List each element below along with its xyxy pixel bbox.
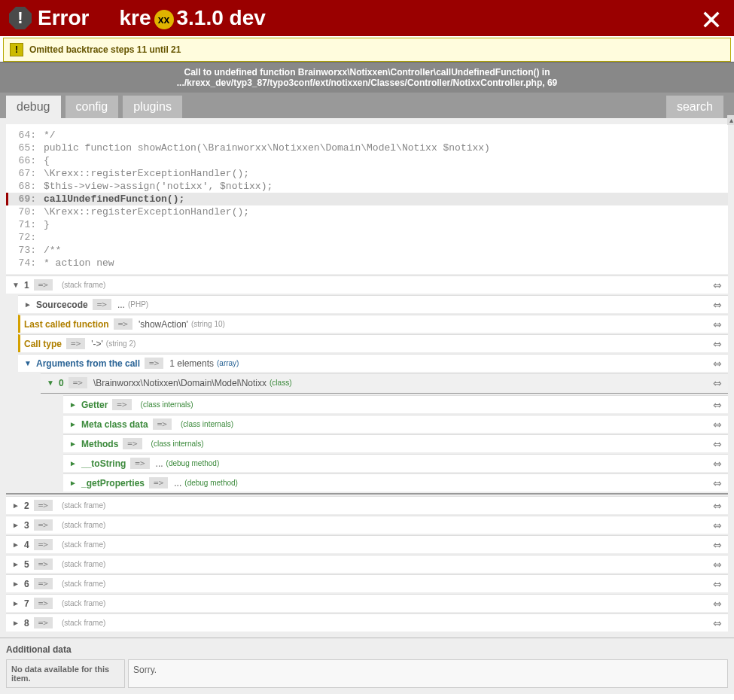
drag-icon[interactable]: ⇔ bbox=[713, 558, 722, 571]
header-bar: ! Error krexx3.1.0 dev bbox=[0, 0, 734, 36]
triangle-icon[interactable]: ► bbox=[12, 580, 20, 588]
drag-icon[interactable]: ⇔ bbox=[713, 539, 722, 551]
drag-icon[interactable]: ⇔ bbox=[713, 458, 722, 470]
triangle-icon[interactable]: ► bbox=[69, 459, 77, 467]
drag-icon[interactable]: ⇔ bbox=[713, 377, 722, 389]
stack-frame-1[interactable]: ▼ 1 => (stack frame) ⇔ bbox=[6, 275, 728, 294]
node-last-called[interactable]: Last called function => 'showAction' (st… bbox=[18, 315, 728, 333]
stack-frame-6[interactable]: ►6=>(stack frame)⇔ bbox=[6, 574, 728, 592]
tab-plugins[interactable]: plugins bbox=[123, 96, 182, 118]
error-icon: ! bbox=[9, 7, 32, 29]
triangle-icon[interactable]: ► bbox=[69, 400, 77, 409]
stack-frame-5[interactable]: ►5=>(stack frame)⇔ bbox=[6, 555, 728, 573]
error-message: Call to undefined function Brainworxx\No… bbox=[0, 62, 734, 93]
node-tostring[interactable]: ► __toString => ... (debug method) ⇔ bbox=[63, 454, 728, 472]
node-arg-0[interactable]: ▼ 0 => \Brainworxx\Notixxen\Domain\Model… bbox=[41, 373, 728, 391]
drag-icon[interactable]: ⇔ bbox=[713, 418, 722, 431]
footer-title: Additional data bbox=[6, 644, 728, 655]
triangle-icon[interactable]: ▼ bbox=[24, 359, 32, 367]
close-button[interactable] bbox=[701, 9, 722, 32]
stack-frame-4[interactable]: ►4=>(stack frame)⇔ bbox=[6, 535, 728, 553]
tab-config[interactable]: config bbox=[65, 96, 119, 118]
scroll-up-icon[interactable]: ▴ bbox=[727, 115, 734, 125]
header-title: Error bbox=[38, 6, 89, 30]
node-call-type[interactable]: Call type => '->' (string 2) ⇔ bbox=[18, 334, 728, 352]
notice-text: Omitted backtrace steps 11 until 21 bbox=[29, 44, 181, 55]
drag-icon[interactable]: ⇔ bbox=[713, 438, 722, 450]
triangle-icon[interactable]: ► bbox=[12, 521, 20, 529]
drag-icon[interactable]: ⇔ bbox=[713, 358, 722, 370]
code-block: 64:*/ 65:public function showAction(\Bra… bbox=[6, 124, 728, 274]
triangle-icon[interactable]: ► bbox=[12, 599, 20, 607]
notice-bar: ! Omitted backtrace steps 11 until 21 bbox=[3, 38, 731, 62]
triangle-icon[interactable]: ► bbox=[12, 560, 20, 568]
triangle-icon[interactable]: ► bbox=[12, 501, 20, 510]
stack-frame-2[interactable]: ►2=>(stack frame)⇔ bbox=[6, 496, 728, 514]
drag-icon[interactable]: ⇔ bbox=[713, 318, 722, 330]
stack-frame-8[interactable]: ►8=>(stack frame)⇔ bbox=[6, 613, 728, 632]
body: ▴ 64:*/ 65:public function showAction(\B… bbox=[0, 118, 734, 638]
drag-icon[interactable]: ⇔ bbox=[713, 617, 722, 629]
triangle-icon[interactable]: ► bbox=[69, 440, 77, 448]
drag-icon[interactable]: ⇔ bbox=[713, 399, 722, 411]
drag-icon[interactable]: ⇔ bbox=[713, 299, 722, 311]
badge-icon: xx bbox=[154, 10, 174, 29]
warning-icon: ! bbox=[10, 43, 23, 56]
footer-value: Sorry. bbox=[128, 659, 728, 688]
drag-icon[interactable]: ⇔ bbox=[713, 338, 722, 350]
node-arguments[interactable]: ▼ Arguments from the call => 1 elements … bbox=[18, 354, 728, 372]
drag-icon[interactable]: ⇔ bbox=[713, 519, 722, 531]
node-getprops[interactable]: ► _getProperties => ... (debug method) ⇔ bbox=[63, 473, 728, 492]
node-sourcecode[interactable]: ► Sourcecode => ... (PHP) ⇔ bbox=[18, 295, 728, 313]
highlight-line: 69: callUndefinedFunction(); bbox=[6, 193, 728, 205]
triangle-icon[interactable]: ▼ bbox=[12, 281, 20, 289]
stack-frame-7[interactable]: ►7=>(stack frame)⇔ bbox=[6, 594, 728, 612]
drag-icon[interactable]: ⇔ bbox=[713, 578, 722, 590]
triangle-icon[interactable]: ► bbox=[69, 420, 77, 428]
node-getter[interactable]: ► Getter => (class internals) ⇔ bbox=[63, 395, 728, 413]
tab-search[interactable]: search bbox=[666, 96, 723, 118]
stack-frame-3[interactable]: ►3=>(stack frame)⇔ bbox=[6, 516, 728, 534]
header-product: krexx3.1.0 dev bbox=[119, 6, 265, 30]
triangle-icon[interactable]: ► bbox=[69, 479, 77, 487]
node-methods[interactable]: ► Methods => (class internals) ⇔ bbox=[63, 434, 728, 452]
drag-icon[interactable]: ⇔ bbox=[713, 477, 722, 489]
node-meta[interactable]: ► Meta class data => (class internals) ⇔ bbox=[63, 415, 728, 433]
tabs-bar: debug config plugins search bbox=[0, 93, 734, 118]
triangle-icon[interactable]: ► bbox=[24, 300, 32, 309]
drag-icon[interactable]: ⇔ bbox=[713, 500, 722, 512]
footer-label: No data available for this item. bbox=[6, 659, 125, 688]
triangle-icon[interactable]: ► bbox=[12, 619, 20, 627]
drag-icon[interactable]: ⇔ bbox=[713, 598, 722, 610]
tab-debug[interactable]: debug bbox=[6, 96, 61, 118]
close-icon bbox=[701, 9, 722, 30]
triangle-icon[interactable]: ▼ bbox=[47, 379, 54, 387]
drag-icon[interactable]: ⇔ bbox=[713, 279, 722, 291]
triangle-icon[interactable]: ► bbox=[12, 540, 20, 549]
footer: Additional data No data available for th… bbox=[0, 638, 734, 694]
